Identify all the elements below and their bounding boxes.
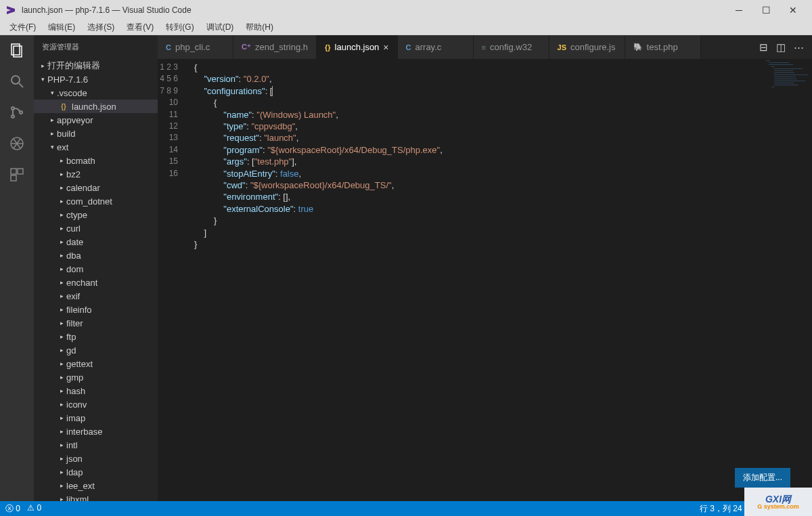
menu-go[interactable]: 转到(G) [160, 20, 199, 35]
svg-rect-27 [771, 87, 774, 87]
menu-selection[interactable]: 选择(S) [82, 20, 120, 35]
folder-calendar[interactable]: calendar [34, 181, 158, 194]
menu-view[interactable]: 查看(V) [121, 20, 159, 35]
close-tab-icon[interactable]: × [383, 42, 388, 53]
folder-appveyor[interactable]: appveyor [34, 113, 158, 127]
status-errors[interactable]: ⓧ 0 [5, 503, 20, 515]
tab-array-c[interactable]: Carray.c [398, 35, 474, 59]
folder-interbase[interactable]: interbase [34, 425, 158, 438]
folder-com_dotnet[interactable]: com_dotnet [34, 194, 158, 208]
tab-launch-json[interactable]: {}launch.json× [317, 35, 398, 59]
folder-iconv[interactable]: iconv [34, 397, 158, 411]
folder-bz2[interactable]: bz2 [34, 167, 158, 181]
editor-tabs: Cphp_cli.cC⁺zend_string.h{}launch.json×C… [158, 35, 812, 59]
section-open-editors[interactable]: 打开的编辑器 [34, 59, 158, 72]
explorer-icon[interactable] [7, 41, 26, 60]
folder-build[interactable]: build [34, 127, 158, 140]
search-activity-icon[interactable] [7, 72, 26, 91]
file-tree[interactable]: 打开的编辑器 PHP-7.1.6 .vscode {}launch.json a… [34, 59, 158, 501]
folder-curl[interactable]: curl [34, 221, 158, 235]
file-type-icon: ≡ [482, 43, 486, 51]
folder-gmp[interactable]: gmp [34, 370, 158, 384]
status-line-col[interactable]: 行 3，列 24 [700, 503, 742, 515]
file-type-icon: {} [325, 43, 331, 51]
folder-date[interactable]: date [34, 235, 158, 249]
status-encoding[interactable]: UTF-8 [784, 503, 807, 515]
menubar: 文件(F) 编辑(E) 选择(S) 查看(V) 转到(G) 调试(D) 帮助(H… [0, 20, 812, 35]
folder-dba[interactable]: dba [34, 249, 158, 262]
more-actions-icon[interactable]: ⋯ [794, 41, 804, 53]
svg-rect-12 [18, 169, 23, 174]
folder-ldap[interactable]: ldap [34, 465, 158, 479]
folder-intl[interactable]: intl [34, 438, 158, 452]
folder-libxml[interactable]: libxml [34, 492, 158, 501]
svg-rect-18 [774, 68, 803, 69]
svg-rect-24 [774, 81, 805, 81]
svg-rect-21 [774, 74, 808, 75]
svg-rect-14 [766, 60, 770, 61]
add-config-button[interactable]: 添加配置... [735, 468, 790, 488]
svg-rect-19 [774, 70, 793, 71]
titlebar: launch.json — php-7.1.6 — Visual Studio … [0, 0, 812, 20]
split-editor-icon[interactable]: ◫ [776, 41, 786, 53]
folder-lee_ext[interactable]: lee_ext [34, 479, 158, 492]
statusbar: ⓧ 0 ⚠ 0 行 3，列 24 空格: 4 UTF-8 [0, 501, 812, 516]
svg-rect-11 [11, 169, 16, 174]
extensions-icon[interactable] [7, 165, 26, 184]
folder-dom[interactable]: dom [34, 262, 158, 276]
file-type-icon: C⁺ [242, 43, 251, 51]
maximize-button[interactable]: ☐ [752, 0, 780, 20]
folder-ext[interactable]: ext [34, 140, 158, 154]
folder-gd[interactable]: gd [34, 343, 158, 357]
svg-rect-23 [774, 79, 797, 79]
svg-point-4 [12, 107, 14, 110]
minimize-button[interactable]: ─ [725, 0, 752, 20]
svg-rect-20 [774, 72, 794, 73]
code-content[interactable]: { "version": "0.2.0", "configurations": … [187, 59, 812, 501]
svg-rect-13 [11, 175, 16, 181]
folder-ctype[interactable]: ctype [34, 208, 158, 221]
tab-configure-js[interactable]: JSconfigure.js [549, 35, 625, 59]
status-indent[interactable]: 空格: 4 [750, 503, 775, 515]
vscode-logo-icon [5, 5, 16, 16]
folder-json[interactable]: json [34, 452, 158, 465]
tab-test-php[interactable]: 🐘test.php [625, 35, 701, 59]
minimap[interactable] [765, 59, 812, 93]
svg-rect-22 [774, 77, 796, 77]
svg-rect-26 [774, 85, 798, 85]
file-launch-json[interactable]: {}launch.json [34, 100, 158, 113]
tab-zend-string-h[interactable]: C⁺zend_string.h [233, 35, 317, 59]
sidebar: 资源管理器 打开的编辑器 PHP-7.1.6 .vscode {}launch.… [34, 35, 158, 501]
file-type-icon: C [166, 43, 171, 51]
folder-ftp[interactable]: ftp [34, 330, 158, 343]
status-warnings[interactable]: ⚠ 0 [27, 503, 41, 515]
folder-enchant[interactable]: enchant [34, 276, 158, 289]
folder-vscode[interactable]: .vscode [34, 86, 158, 100]
file-type-icon: JS [558, 43, 566, 51]
folder-filter[interactable]: filter [34, 316, 158, 330]
section-project[interactable]: PHP-7.1.6 [34, 72, 158, 86]
folder-bcmath[interactable]: bcmath [34, 154, 158, 167]
activitybar [0, 35, 34, 501]
folder-hash[interactable]: hash [34, 384, 158, 397]
folder-fileinfo[interactable]: fileinfo [34, 303, 158, 316]
split-left-icon[interactable]: ⊟ [759, 41, 768, 53]
tab-config-w32[interactable]: ≡config.w32 [474, 35, 549, 59]
folder-exif[interactable]: exif [34, 289, 158, 303]
menu-edit[interactable]: 编辑(E) [43, 20, 81, 35]
tab-php-cli-c[interactable]: Cphp_cli.c [158, 35, 233, 59]
code-editor[interactable]: 1 2 3 4 5 6 7 8 9 10 11 12 13 14 15 16 {… [158, 59, 812, 501]
scm-icon[interactable] [7, 103, 26, 122]
editor-area: Cphp_cli.cC⁺zend_string.h{}launch.json×C… [158, 35, 812, 501]
debug-icon[interactable] [7, 134, 26, 153]
menu-help[interactable]: 帮助(H) [240, 20, 279, 35]
menu-file[interactable]: 文件(F) [4, 20, 41, 35]
svg-point-5 [12, 115, 14, 118]
folder-imap[interactable]: imap [34, 411, 158, 425]
menu-debug[interactable]: 调试(D) [201, 20, 240, 35]
svg-rect-17 [771, 66, 774, 67]
svg-line-3 [19, 83, 23, 87]
folder-gettext[interactable]: gettext [34, 357, 158, 370]
close-button[interactable]: ✕ [780, 0, 807, 20]
svg-rect-15 [769, 62, 789, 63]
